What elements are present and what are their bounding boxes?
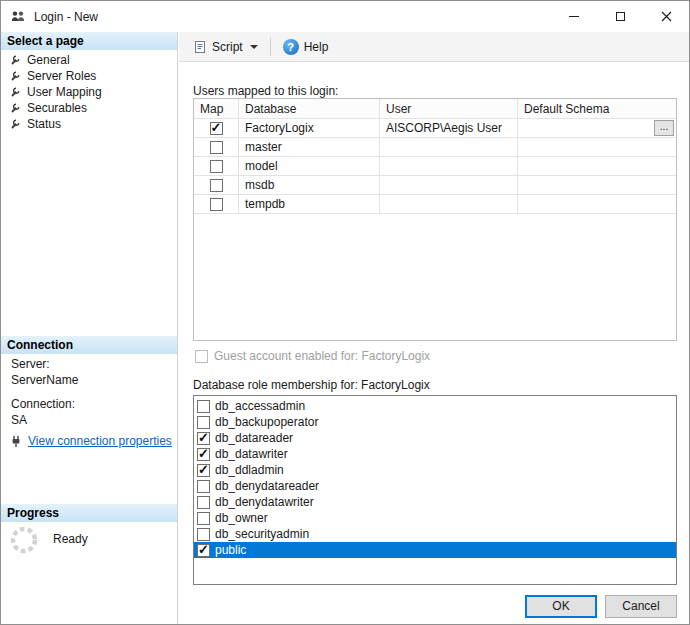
user-mapping-page: Users mapped to this login: Map Database… [179, 62, 689, 624]
users-mapped-label: Users mapped to this login: [193, 84, 338, 98]
role-checkbox[interactable] [197, 464, 210, 477]
wrench-icon [9, 70, 21, 82]
guest-account-label: Guest account enabled for: FactoryLogix [214, 349, 430, 363]
script-dropdown-arrow-icon [250, 45, 258, 49]
main-panel: Script ? Help Users mapped to this login… [179, 32, 689, 624]
sidebar-item-securables[interactable]: Securables [1, 100, 177, 116]
cell-database[interactable]: model [239, 157, 380, 176]
cell-default-schema[interactable] [518, 176, 676, 195]
help-icon: ? [283, 39, 299, 55]
role-item-db-denydatareader[interactable]: db_denydatareader [194, 478, 676, 494]
cell-default-schema[interactable] [518, 195, 676, 214]
role-item-db-datawriter[interactable]: db_datawriter [194, 446, 676, 462]
cell-user[interactable] [380, 157, 518, 176]
progress-header: Progress [1, 504, 177, 522]
role-membership-label: Database role membership for: FactoryLog… [193, 378, 430, 392]
cell-user[interactable]: AISCORP\Aegis User [380, 119, 518, 138]
sidebar-item-status[interactable]: Status [1, 116, 177, 132]
close-icon [661, 11, 672, 22]
role-label: db_accessadmin [215, 399, 305, 413]
guest-account-row: Guest account enabled for: FactoryLogix [195, 349, 430, 363]
role-item-db-securityadmin[interactable]: db_securityadmin [194, 526, 676, 542]
help-button[interactable]: ? Help [277, 35, 335, 59]
cell-user[interactable] [380, 138, 518, 157]
maximize-button[interactable] [597, 1, 643, 32]
cancel-button[interactable]: Cancel [605, 595, 677, 618]
cell-database[interactable]: tempdb [239, 195, 380, 214]
progress-status: Ready [53, 532, 88, 546]
connection-header: Connection [1, 336, 177, 354]
login-people-icon [10, 9, 26, 25]
cell-user[interactable] [380, 176, 518, 195]
grid-row-factorylogix: FactoryLogix AISCORP\Aegis User ... [194, 119, 676, 138]
column-header-map: Map [194, 99, 239, 119]
progress-spinner-icon [9, 525, 39, 558]
role-item-public[interactable]: public [194, 542, 676, 558]
guest-account-checkbox [195, 350, 208, 363]
map-checkbox[interactable] [210, 122, 223, 135]
minimize-icon [569, 16, 579, 17]
sidebar-item-server-roles[interactable]: Server Roles [1, 68, 177, 84]
server-label: Server: [11, 357, 50, 371]
column-header-database: Database [239, 99, 380, 119]
map-checkbox[interactable] [210, 141, 223, 154]
role-checkbox[interactable] [197, 528, 210, 541]
script-button[interactable]: Script [187, 36, 264, 58]
cell-database[interactable]: master [239, 138, 380, 157]
sidebar-item-general[interactable]: General [1, 52, 177, 68]
role-item-db-ddladmin[interactable]: db_ddladmin [194, 462, 676, 478]
sidebar-item-label: General [27, 53, 70, 67]
map-checkbox[interactable] [210, 198, 223, 211]
wrench-icon [9, 118, 21, 130]
view-connection-properties-link[interactable]: View connection properties [28, 434, 172, 448]
map-checkbox[interactable] [210, 160, 223, 173]
cell-default-schema[interactable] [518, 157, 676, 176]
grid-row-model: model [194, 157, 676, 176]
role-label: db_ddladmin [215, 463, 284, 477]
role-checkbox[interactable] [197, 544, 210, 557]
sidebar-item-user-mapping[interactable]: User Mapping [1, 84, 177, 100]
role-checkbox[interactable] [197, 512, 210, 525]
role-item-db-owner[interactable]: db_owner [194, 510, 676, 526]
users-mapped-grid: Map Database User Default Schema Factory… [193, 98, 677, 341]
cell-user[interactable] [380, 195, 518, 214]
wrench-icon [9, 54, 21, 66]
browse-schema-button[interactable]: ... [654, 120, 674, 136]
role-checkbox[interactable] [197, 400, 210, 413]
role-checkbox[interactable] [197, 432, 210, 445]
role-membership-list: db_accessadmin db_backupoperator db_data… [193, 395, 677, 585]
cell-database[interactable]: msdb [239, 176, 380, 195]
role-checkbox[interactable] [197, 480, 210, 493]
role-checkbox[interactable] [197, 496, 210, 509]
window-title: Login - New [34, 10, 98, 24]
role-item-db-denydatawriter[interactable]: db_denydatawriter [194, 494, 676, 510]
page-list: General Server Roles User Mapping Secura… [1, 52, 177, 132]
grid-row-master: master [194, 138, 676, 157]
cell-database[interactable]: FactoryLogix [239, 119, 380, 138]
role-label: db_datawriter [215, 447, 288, 461]
sidebar-item-label: Status [27, 117, 61, 131]
close-button[interactable] [643, 1, 689, 32]
ok-button[interactable]: OK [525, 595, 597, 618]
wrench-icon [9, 86, 21, 98]
titlebar: Login - New [1, 1, 689, 32]
role-item-db-datareader[interactable]: db_datareader [194, 430, 676, 446]
role-item-db-backupoperator[interactable]: db_backupoperator [194, 414, 676, 430]
role-checkbox[interactable] [197, 416, 210, 429]
role-label: db_securityadmin [215, 527, 309, 541]
sidebar-item-label: Server Roles [27, 69, 96, 83]
cell-default-schema[interactable]: ... [518, 119, 676, 138]
minimize-button[interactable] [551, 1, 597, 32]
map-checkbox[interactable] [210, 179, 223, 192]
select-page-header: Select a page [1, 32, 177, 50]
role-label: public [215, 543, 246, 557]
maximize-icon [616, 12, 625, 21]
role-item-db-accessadmin[interactable]: db_accessadmin [194, 398, 676, 414]
sidebar-item-label: User Mapping [27, 85, 102, 99]
role-label: db_denydatareader [215, 479, 319, 493]
grid-row-msdb: msdb [194, 176, 676, 195]
help-label: Help [304, 40, 329, 54]
script-icon [193, 40, 207, 54]
cell-default-schema[interactable] [518, 138, 676, 157]
role-checkbox[interactable] [197, 448, 210, 461]
